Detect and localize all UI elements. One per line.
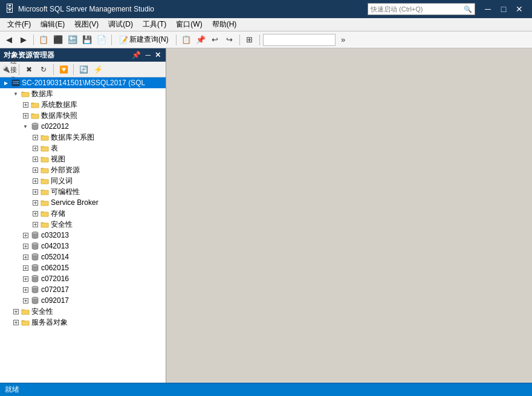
new-query-label: 新建查询(N) [129,34,169,45]
node-label-synonyms: 同义词 [51,176,73,186]
tree-expander-db-diagram[interactable] [30,132,40,142]
tree-expander-tables[interactable] [30,143,40,153]
tree-node-c072017[interactable]: c072017 [0,284,166,295]
toolbar-btn-1[interactable]: 📋 [37,33,50,47]
node-icon-security-top [21,307,30,316]
toolbar-search-input[interactable] [263,34,336,46]
tree-expander-c092017[interactable] [21,296,30,305]
forward-button[interactable]: ▶ [17,33,30,47]
node-label-service-broker: Service Broker [51,198,99,207]
tree-node-ext-res[interactable]: 外部资源 [0,164,166,175]
tree-node-c032013[interactable]: c032013 [0,230,166,241]
tree-expander-c022012[interactable]: ▼ [21,122,30,131]
new-query-button[interactable]: 📝 新建查询(N) [115,33,173,47]
obj-btn-disconnect[interactable]: ✖ [22,63,36,76]
tree-node-db-diagram[interactable]: 数据库关系图 [0,132,166,143]
header-minimize[interactable]: ─ [144,51,152,59]
tree-expander-db-snapshot[interactable] [21,111,30,120]
title-bar-left: 🗄 Microsoft SQL Server Management Studio [5,4,154,15]
header-close[interactable]: ✕ [154,51,162,59]
tree-expander-c052014[interactable] [21,252,30,262]
tree-expander-synonyms[interactable] [30,176,40,186]
toolbar-more[interactable]: » [337,33,350,47]
obj-btn-filter[interactable]: 🔽 [57,63,70,76]
tree-node-synonyms[interactable]: 同义词 [0,175,166,186]
node-label-c022012: c022012 [41,122,69,131]
tree-expander-programmability[interactable] [30,187,40,196]
toolbar-grid[interactable]: ⊞ [243,33,256,47]
toolbar-undo[interactable]: ↩ [209,33,222,47]
tree-node-db-snapshot[interactable]: 数据库快照 [0,110,166,121]
toolbar-btn-5[interactable]: 📄 [95,33,108,47]
tree-node-tables[interactable]: 表 [0,143,166,154]
obj-btn-sync[interactable]: 🔄 [77,63,90,76]
node-icon-c042013 [30,241,40,251]
toolbar-copy[interactable]: 📋 [180,33,193,47]
node-icon-c062015 [30,263,40,273]
tree-expander-c032013[interactable] [21,230,30,240]
tree-expander-server-objects[interactable] [11,317,21,327]
node-label-tables: 表 [51,143,58,154]
tree-expander-security[interactable] [30,219,40,229]
tree-node-c062015[interactable]: c062015 [0,262,166,273]
menu-help[interactable]: 帮助(H) [207,18,242,31]
quick-search-box[interactable]: 🔍 [368,3,475,15]
menu-view[interactable]: 视图(V) [70,18,103,31]
quick-search-input[interactable] [371,5,461,13]
menu-window[interactable]: 窗口(W) [171,18,207,31]
tree-expander-c042013[interactable] [21,241,30,251]
status-bar: 就绪 [0,383,532,396]
tree-node-server-objects[interactable]: 服务器对象 [0,317,166,328]
svg-point-3 [18,81,18,82]
node-icon-db-snapshot [30,111,40,120]
tree-node-c042013[interactable]: c042013 [0,241,166,252]
tree-node-service-broker[interactable]: Service Broker [0,197,166,208]
tree-node-databases[interactable]: ▼数据库 [0,88,166,99]
toolbar-redo[interactable]: ↪ [223,33,236,47]
tree-expander-storage[interactable] [30,209,40,218]
pin-icon[interactable]: 📌 [131,51,142,59]
tree-node-c072016[interactable]: c072016 [0,273,166,284]
tree-expander-server[interactable]: ▶ [1,78,11,88]
toolbar-btn-2[interactable]: ⬛ [51,33,65,47]
tree-expander-databases[interactable]: ▼ [11,89,21,99]
tree-expander-c072016[interactable] [21,274,30,284]
node-icon-security [40,219,50,229]
status-text: 就绪 [5,385,19,395]
toolbar-btn-3[interactable]: 🔙 [66,33,79,47]
tree-node-server[interactable]: ▶SC-201903141501\MSSQL2017 (SQL [0,77,166,88]
tree-expander-c062015[interactable] [21,263,30,273]
toolbar-paste[interactable]: 📌 [194,33,207,47]
tree-node-storage[interactable]: 存储 [0,208,166,219]
close-button[interactable]: ✕ [511,3,527,15]
tree-node-sys-dbs[interactable]: 系统数据库 [0,99,166,110]
menu-file[interactable]: 文件(F) [2,18,36,31]
tree-expander-service-broker[interactable] [30,198,40,207]
tree-expander-security-top[interactable] [11,307,21,316]
tree-expander-views[interactable] [30,154,40,164]
tree-node-programmability[interactable]: 可编程性 [0,186,166,197]
back-button[interactable]: ◀ [2,33,16,47]
tree-node-security[interactable]: 安全性 [0,219,166,230]
tree-node-views[interactable]: 视图 [0,154,166,164]
app-icon: 🗄 [5,4,15,15]
node-label-c072016: c072016 [41,274,69,283]
toolbar-btn-4[interactable]: 💾 [80,33,94,47]
tree-expander-ext-res[interactable] [30,165,40,175]
node-label-c072017: c072017 [41,285,69,294]
connect-button[interactable]: 🔌 连接 ▾ [2,63,16,76]
minimize-button[interactable]: ─ [480,3,496,15]
menu-tools[interactable]: 工具(T) [138,18,171,31]
tree-node-c092017[interactable]: c092017 [0,295,166,306]
tree-expander-c072017[interactable] [21,285,30,294]
menu-debug[interactable]: 调试(D) [103,18,138,31]
tree-node-security-top[interactable]: 安全性 [0,306,166,317]
tree-node-c052014[interactable]: c052014 [0,252,166,262]
tree-container[interactable]: ▶SC-201903141501\MSSQL2017 (SQL▼数据库系统数据库… [0,77,166,383]
obj-btn-start[interactable]: ⚡ [91,63,105,76]
obj-btn-refresh[interactable]: ↻ [37,63,50,76]
tree-node-c022012[interactable]: ▼c022012 [0,121,166,132]
maximize-button[interactable]: □ [496,3,511,15]
menu-edit[interactable]: 编辑(E) [36,18,70,31]
tree-expander-sys-dbs[interactable] [21,100,30,109]
